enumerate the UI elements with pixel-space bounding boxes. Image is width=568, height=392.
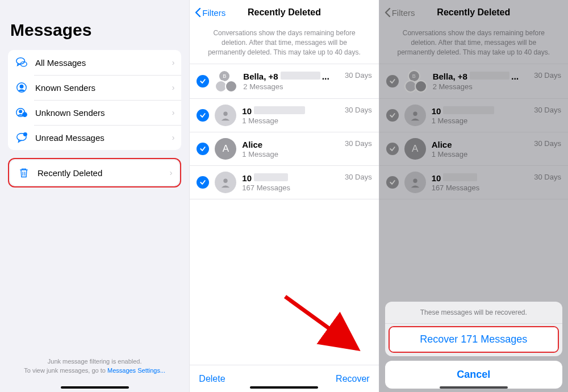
chevron-right-icon: › [172,58,175,67]
filter-label: Recently Deleted [37,168,170,178]
selected-check-icon[interactable] [197,143,209,155]
conversation-subtitle: 2 Messages [243,82,341,91]
filter-known-senders[interactable]: Known Senders › [8,75,181,100]
chat-bubble-icon [15,56,28,69]
chevron-right-icon: › [172,83,175,92]
delete-button[interactable]: Delete [199,374,225,384]
chevron-right-icon: › [172,133,175,142]
conversation-row[interactable]: 10 167 Messages 30 Days [190,166,378,199]
group-avatar-icon: B [215,70,237,93]
recover-messages-button[interactable]: Recover 171 Messages [390,327,558,352]
back-button[interactable]: Filters [194,7,225,18]
days-remaining: 30 Days [345,71,372,80]
days-remaining: 30 Days [345,106,372,114]
annotation-arrow-icon [281,292,371,360]
selected-check-icon[interactable] [197,176,209,189]
trash-icon [17,166,31,180]
filter-label: Unread Messages [35,133,172,143]
messages-filter-pane: Messages All Messages › Known Senders › … [0,0,189,392]
filter-recently-deleted[interactable]: Recently Deleted › [10,160,179,185]
svg-point-9 [24,133,27,136]
conversation-list: B Bella, +8... 2 Messages 30 Days 10 1 M… [190,64,378,199]
selected-check-icon[interactable] [197,75,209,87]
conversation-name: 10 [242,173,252,183]
chevron-right-icon: › [170,168,173,177]
filter-label: Known Senders [35,83,172,93]
messages-settings-link[interactable]: Messages Settings... [107,367,165,374]
home-indicator[interactable] [440,386,508,389]
highlight-annotation: Recover 171 Messages [389,326,559,353]
recently-deleted-pane: Filters Recently Deleted Conversations s… [189,0,378,392]
svg-line-12 [285,297,357,349]
recently-deleted-actionsheet-pane: Filters Recently Deleted Conversations s… [379,0,568,392]
svg-point-3 [20,85,23,88]
nav-title: Recently Deleted [248,7,321,18]
filter-list: All Messages › Known Senders › ? Unknown… [8,50,181,150]
nav-bar: Filters Recently Deleted [190,0,378,25]
filter-unread-messages[interactable]: Unread Messages › [8,125,181,150]
letter-avatar-icon: A [215,138,236,160]
conversation-subtitle: 1 Message [242,150,341,159]
person-avatar-icon [215,172,236,193]
footer-note: Junk message filtering is enabled. To vi… [0,357,189,375]
conversation-row[interactable]: A Alice 1 Message 30 Days [190,132,378,166]
conversation-subtitle: 1 Message [242,116,341,125]
svg-point-10 [224,112,228,116]
filter-label: All Messages [35,58,172,68]
conversation-row[interactable]: B Bella, +8... 2 Messages 30 Days [190,64,378,99]
home-indicator[interactable] [61,386,129,389]
person-circle-icon [15,81,28,94]
redacted-text [281,72,320,80]
days-remaining: 30 Days [345,173,372,181]
home-indicator[interactable] [250,386,318,389]
chat-badge-icon [15,131,28,144]
person-question-icon: ? [15,106,28,119]
filter-label: Unknown Senders [35,108,172,118]
highlight-annotation: Recently Deleted › [8,158,181,187]
redacted-text [254,106,305,114]
selected-check-icon[interactable] [197,109,209,122]
conversation-name: Bella, +8 [243,72,278,81]
conversation-name: 10 [242,106,252,116]
conversation-name: Alice [242,140,262,149]
action-sheet: These messages will be recovered. Recove… [385,302,562,389]
action-sheet-label: These messages will be recovered. [385,302,562,324]
svg-point-11 [224,179,228,183]
recover-button[interactable]: Recover [336,374,370,384]
page-title: Messages [10,20,181,40]
conversation-subtitle: 167 Messages [242,184,341,192]
filter-unknown-senders[interactable]: ? Unknown Senders › [8,100,181,125]
svg-text:?: ? [24,113,26,116]
redacted-text [254,173,288,181]
chevron-left-icon [194,7,201,18]
svg-point-5 [19,110,22,113]
info-text: Conversations show the days remaining be… [190,25,378,64]
filter-all-messages[interactable]: All Messages › [8,50,181,75]
chevron-right-icon: › [172,108,175,117]
cancel-button[interactable]: Cancel [385,361,562,389]
days-remaining: 30 Days [345,139,372,148]
person-avatar-icon [215,105,236,126]
conversation-row[interactable]: 10 1 Message 30 Days [190,99,378,132]
